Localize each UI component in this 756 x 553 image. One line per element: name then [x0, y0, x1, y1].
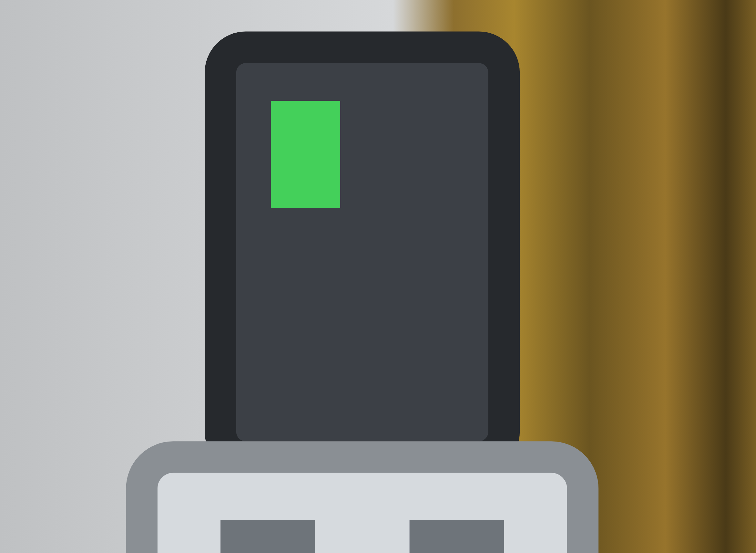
- screen: Device Manager FileActionViewHelp ? Soft…: [0, 0, 756, 553]
- device-manager-window: Device Manager FileActionViewHelp ? Soft…: [0, 0, 756, 553]
- desktop-background-strip: [754, 0, 756, 553]
- title-bar: Device Manager: [0, 0, 756, 553]
